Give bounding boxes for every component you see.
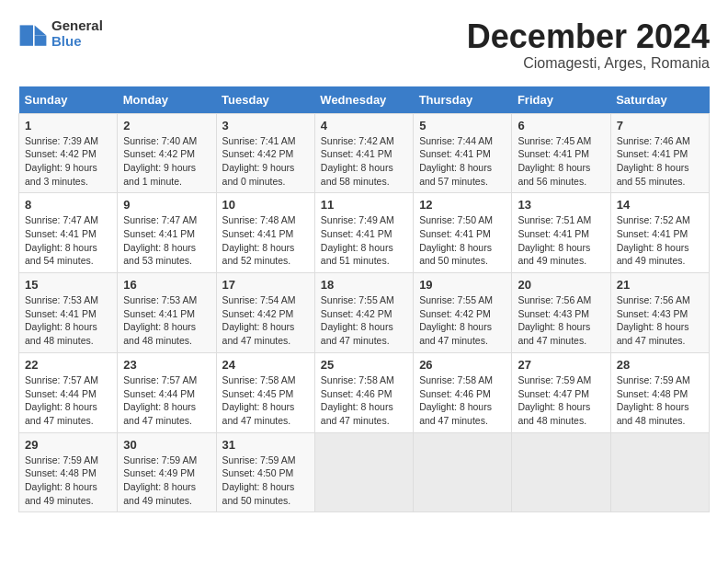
table-row: 29 Sunrise: 7:59 AM Sunset: 4:48 PM Dayl… bbox=[19, 432, 118, 512]
calendar-week-row: 1 Sunrise: 7:39 AM Sunset: 4:42 PM Dayli… bbox=[19, 113, 710, 193]
table-row: 25 Sunrise: 7:58 AM Sunset: 4:46 PM Dayl… bbox=[314, 352, 413, 432]
day-info: Sunrise: 7:57 AM Sunset: 4:44 PM Dayligh… bbox=[123, 373, 210, 428]
day-info: Sunrise: 7:59 AM Sunset: 4:47 PM Dayligh… bbox=[518, 373, 604, 428]
day-info: Sunrise: 7:41 AM Sunset: 4:42 PM Dayligh… bbox=[222, 134, 309, 189]
day-number: 17 bbox=[222, 278, 309, 292]
table-row: 2 Sunrise: 7:40 AM Sunset: 4:42 PM Dayli… bbox=[118, 113, 216, 193]
day-number: 25 bbox=[321, 358, 407, 372]
day-number: 4 bbox=[321, 119, 407, 132]
day-number: 18 bbox=[321, 278, 407, 292]
day-info: Sunrise: 7:47 AM Sunset: 4:41 PM Dayligh… bbox=[25, 213, 111, 268]
day-info: Sunrise: 7:47 AM Sunset: 4:41 PM Dayligh… bbox=[123, 213, 210, 268]
day-info: Sunrise: 7:59 AM Sunset: 4:48 PM Dayligh… bbox=[25, 454, 111, 508]
day-info: Sunrise: 7:49 AM Sunset: 4:41 PM Dayligh… bbox=[321, 213, 407, 268]
calendar-week-row: 29 Sunrise: 7:59 AM Sunset: 4:48 PM Dayl… bbox=[19, 432, 710, 512]
table-row: 3 Sunrise: 7:41 AM Sunset: 4:42 PM Dayli… bbox=[216, 113, 314, 193]
day-number: 8 bbox=[25, 198, 111, 212]
table-row: 21 Sunrise: 7:56 AM Sunset: 4:43 PM Dayl… bbox=[610, 273, 709, 353]
day-number: 20 bbox=[518, 278, 604, 292]
table-row bbox=[512, 432, 610, 512]
table-row: 13 Sunrise: 7:51 AM Sunset: 4:41 PM Dayl… bbox=[512, 193, 610, 273]
calendar-table: Sunday Monday Tuesday Wednesday Thursday… bbox=[18, 86, 710, 513]
table-row: 28 Sunrise: 7:59 AM Sunset: 4:48 PM Dayl… bbox=[610, 352, 709, 432]
table-row: 16 Sunrise: 7:53 AM Sunset: 4:41 PM Dayl… bbox=[118, 273, 216, 353]
day-info: Sunrise: 7:52 AM Sunset: 4:41 PM Dayligh… bbox=[617, 213, 703, 268]
day-number: 15 bbox=[25, 278, 111, 292]
day-number: 22 bbox=[25, 358, 111, 372]
day-info: Sunrise: 7:51 AM Sunset: 4:41 PM Dayligh… bbox=[518, 213, 604, 268]
day-number: 3 bbox=[222, 119, 309, 132]
day-number: 29 bbox=[25, 438, 111, 452]
page-title: December 2024 bbox=[467, 18, 710, 55]
day-info: Sunrise: 7:50 AM Sunset: 4:41 PM Dayligh… bbox=[419, 213, 506, 268]
day-number: 24 bbox=[222, 358, 309, 372]
day-number: 21 bbox=[617, 278, 703, 292]
col-thursday: Thursday bbox=[414, 86, 512, 114]
col-monday: Monday bbox=[118, 86, 216, 114]
day-number: 31 bbox=[222, 438, 309, 452]
day-number: 6 bbox=[518, 119, 604, 132]
calendar-week-row: 15 Sunrise: 7:53 AM Sunset: 4:41 PM Dayl… bbox=[19, 273, 710, 353]
logo: General Blue bbox=[18, 18, 103, 49]
table-row: 12 Sunrise: 7:50 AM Sunset: 4:41 PM Dayl… bbox=[414, 193, 512, 273]
table-row: 18 Sunrise: 7:55 AM Sunset: 4:42 PM Dayl… bbox=[314, 273, 413, 353]
title-block: December 2024 Ciomagesti, Arges, Romania bbox=[467, 18, 710, 72]
table-row: 19 Sunrise: 7:55 AM Sunset: 4:42 PM Dayl… bbox=[414, 273, 512, 353]
table-row: 23 Sunrise: 7:57 AM Sunset: 4:44 PM Dayl… bbox=[118, 352, 216, 432]
calendar-header-row: Sunday Monday Tuesday Wednesday Thursday… bbox=[19, 86, 710, 114]
day-info: Sunrise: 7:44 AM Sunset: 4:41 PM Dayligh… bbox=[419, 134, 506, 189]
page-subtitle: Ciomagesti, Arges, Romania bbox=[467, 55, 710, 72]
table-row: 6 Sunrise: 7:45 AM Sunset: 4:41 PM Dayli… bbox=[512, 113, 610, 193]
day-number: 10 bbox=[222, 198, 309, 212]
table-row: 20 Sunrise: 7:56 AM Sunset: 4:43 PM Dayl… bbox=[512, 273, 610, 353]
day-info: Sunrise: 7:59 AM Sunset: 4:48 PM Dayligh… bbox=[617, 373, 703, 428]
table-row: 26 Sunrise: 7:58 AM Sunset: 4:46 PM Dayl… bbox=[414, 352, 512, 432]
day-info: Sunrise: 7:48 AM Sunset: 4:41 PM Dayligh… bbox=[222, 213, 309, 268]
day-info: Sunrise: 7:58 AM Sunset: 4:46 PM Dayligh… bbox=[321, 373, 407, 428]
table-row bbox=[414, 432, 512, 512]
day-info: Sunrise: 7:40 AM Sunset: 4:42 PM Dayligh… bbox=[123, 134, 210, 189]
day-info: Sunrise: 7:46 AM Sunset: 4:41 PM Dayligh… bbox=[617, 134, 703, 189]
day-info: Sunrise: 7:45 AM Sunset: 4:41 PM Dayligh… bbox=[518, 134, 604, 189]
day-number: 7 bbox=[617, 119, 703, 132]
day-number: 13 bbox=[518, 198, 604, 212]
logo-text: General Blue bbox=[51, 18, 103, 49]
table-row: 17 Sunrise: 7:54 AM Sunset: 4:42 PM Dayl… bbox=[216, 273, 314, 353]
svg-rect-3 bbox=[20, 25, 33, 45]
day-info: Sunrise: 7:42 AM Sunset: 4:41 PM Dayligh… bbox=[321, 134, 407, 189]
col-friday: Friday bbox=[512, 86, 610, 114]
day-info: Sunrise: 7:59 AM Sunset: 4:49 PM Dayligh… bbox=[123, 454, 210, 508]
day-number: 16 bbox=[123, 278, 210, 292]
day-info: Sunrise: 7:53 AM Sunset: 4:41 PM Dayligh… bbox=[25, 293, 111, 348]
table-row: 1 Sunrise: 7:39 AM Sunset: 4:42 PM Dayli… bbox=[19, 113, 118, 193]
calendar-week-row: 22 Sunrise: 7:57 AM Sunset: 4:44 PM Dayl… bbox=[19, 352, 710, 432]
calendar-week-row: 8 Sunrise: 7:47 AM Sunset: 4:41 PM Dayli… bbox=[19, 193, 710, 273]
day-info: Sunrise: 7:54 AM Sunset: 4:42 PM Dayligh… bbox=[222, 293, 309, 348]
day-info: Sunrise: 7:59 AM Sunset: 4:50 PM Dayligh… bbox=[222, 454, 309, 508]
table-row: 5 Sunrise: 7:44 AM Sunset: 4:41 PM Dayli… bbox=[414, 113, 512, 193]
logo-icon bbox=[18, 19, 48, 49]
table-row: 9 Sunrise: 7:47 AM Sunset: 4:41 PM Dayli… bbox=[118, 193, 216, 273]
day-number: 28 bbox=[617, 358, 703, 372]
col-sunday: Sunday bbox=[19, 86, 118, 114]
day-number: 30 bbox=[123, 438, 210, 452]
day-number: 26 bbox=[419, 358, 506, 372]
table-row: 14 Sunrise: 7:52 AM Sunset: 4:41 PM Dayl… bbox=[610, 193, 709, 273]
day-info: Sunrise: 7:55 AM Sunset: 4:42 PM Dayligh… bbox=[321, 293, 407, 348]
col-tuesday: Tuesday bbox=[216, 86, 314, 114]
table-row: 30 Sunrise: 7:59 AM Sunset: 4:49 PM Dayl… bbox=[118, 432, 216, 512]
day-number: 19 bbox=[419, 278, 506, 292]
day-info: Sunrise: 7:56 AM Sunset: 4:43 PM Dayligh… bbox=[617, 293, 703, 348]
table-row bbox=[314, 432, 413, 512]
day-number: 27 bbox=[518, 358, 604, 372]
table-row: 24 Sunrise: 7:58 AM Sunset: 4:45 PM Dayl… bbox=[216, 352, 314, 432]
table-row: 10 Sunrise: 7:48 AM Sunset: 4:41 PM Dayl… bbox=[216, 193, 314, 273]
day-info: Sunrise: 7:58 AM Sunset: 4:46 PM Dayligh… bbox=[419, 373, 506, 428]
table-row: 4 Sunrise: 7:42 AM Sunset: 4:41 PM Dayli… bbox=[314, 113, 413, 193]
day-info: Sunrise: 7:53 AM Sunset: 4:41 PM Dayligh… bbox=[123, 293, 210, 348]
day-number: 9 bbox=[123, 198, 210, 212]
day-number: 11 bbox=[321, 198, 407, 212]
day-info: Sunrise: 7:57 AM Sunset: 4:44 PM Dayligh… bbox=[25, 373, 111, 428]
day-number: 1 bbox=[25, 119, 111, 132]
table-row: 8 Sunrise: 7:47 AM Sunset: 4:41 PM Dayli… bbox=[19, 193, 118, 273]
